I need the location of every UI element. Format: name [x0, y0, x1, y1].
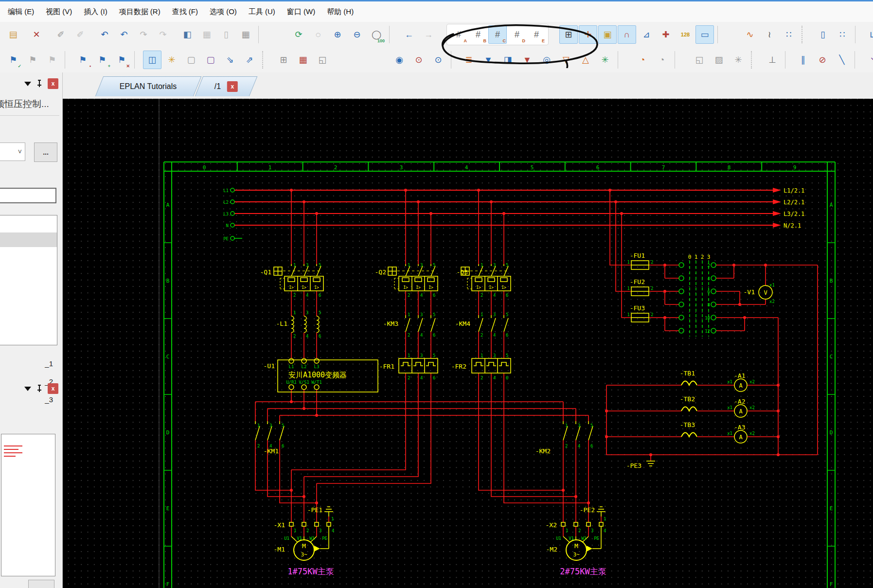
- design-mode-icon[interactable]: ▣: [598, 25, 617, 44]
- search-input[interactable]: [0, 188, 56, 203]
- busbar-connection-icon[interactable]: ∥: [794, 51, 812, 69]
- panel1-close-icon[interactable]: x: [48, 78, 58, 89]
- import-page-icon[interactable]: ⇘: [221, 51, 239, 69]
- parts-cart-icon[interactable]: ⊔: [864, 25, 873, 44]
- menu-options[interactable]: 选项 (O): [204, 5, 243, 18]
- panel-region-icon[interactable]: ◱: [690, 51, 709, 69]
- gauge-device-icon[interactable]: ◔: [633, 51, 652, 69]
- zoom-out-icon[interactable]: ⊖: [348, 25, 366, 44]
- check-document-icon[interactable]: ▯: [217, 25, 235, 44]
- page-macro-icon[interactable]: ▢: [182, 51, 200, 69]
- zoom-window-icon[interactable]: ◌: [309, 25, 327, 44]
- page-layout-icon[interactable]: ▦: [197, 25, 216, 44]
- page-navigator-icon[interactable]: ◫: [143, 51, 161, 69]
- graphical-preview-icon[interactable]: ▭: [695, 25, 714, 44]
- object-snap-icon[interactable]: ∩: [618, 25, 636, 44]
- data-table-icon[interactable]: ▦: [236, 25, 255, 44]
- grid-b-icon[interactable]: #B: [469, 25, 487, 44]
- selected-row[interactable]: [0, 232, 57, 247]
- format-paint-copy-icon[interactable]: ✐: [52, 25, 70, 44]
- interruption-point-icon[interactable]: ↘: [864, 51, 873, 69]
- topology-icon[interactable]: ∷: [833, 25, 852, 44]
- grid-e-icon[interactable]: #E: [527, 25, 546, 44]
- menu-find[interactable]: 查找 (F): [166, 5, 204, 18]
- panel2-close-icon[interactable]: x: [48, 383, 58, 394]
- insert-device-icon[interactable]: ⊙: [410, 51, 428, 69]
- terminal-strip-navigator-glyph: ▼: [484, 55, 493, 65]
- pin-icon[interactable]: [36, 80, 43, 88]
- gauge-check-icon[interactable]: ◔: [653, 51, 671, 69]
- menu-view[interactable]: 视图 (V): [40, 5, 78, 18]
- hatch-region-icon[interactable]: ▨: [710, 51, 728, 69]
- potential-tracking-icon[interactable]: ∿: [741, 25, 759, 44]
- connection-points-icon[interactable]: ✳: [596, 51, 614, 69]
- window-macro-icon[interactable]: ▢: [201, 51, 220, 69]
- cable-redraw-icon[interactable]: △: [576, 51, 595, 69]
- connection-navigator-icon[interactable]: ▼: [518, 51, 536, 69]
- insert-window-macro-icon[interactable]: ⊞: [274, 51, 293, 69]
- delete-selection-icon[interactable]: ✕: [27, 25, 46, 44]
- panel-menu-icon[interactable]: [24, 82, 31, 86]
- connection-symbol-icon[interactable]: ✚: [657, 25, 675, 44]
- undo-list-icon[interactable]: ↶: [115, 25, 133, 44]
- menu-edit[interactable]: 编辑 (E): [2, 5, 40, 18]
- paste-icon[interactable]: ▤: [4, 25, 22, 44]
- grid-a-icon[interactable]: #A: [449, 25, 468, 44]
- potential-circle-icon[interactable]: ⊘: [813, 51, 832, 69]
- zoom-in-icon[interactable]: ⊕: [328, 25, 347, 44]
- shield-insert-icon[interactable]: ▽: [557, 51, 575, 69]
- redo-list-icon[interactable]: ↷: [154, 25, 172, 44]
- tab-close-icon[interactable]: x: [227, 81, 237, 92]
- grid-d-icon[interactable]: #D: [508, 25, 526, 44]
- new-page-icon[interactable]: ✳: [162, 51, 181, 69]
- redo-icon[interactable]: ↷: [134, 25, 153, 44]
- grid-display-icon[interactable]: ⊞: [559, 25, 578, 44]
- navigate-back-icon[interactable]: ←: [400, 25, 418, 44]
- page-list[interactable]: _1 _2 _3: [0, 215, 57, 345]
- browse-button[interactable]: ...: [34, 143, 57, 162]
- connection-tracking-icon[interactable]: ∷: [780, 25, 798, 44]
- coordinate-input-icon[interactable]: ⊿: [637, 25, 656, 44]
- grid-c-icon[interactable]: #C: [488, 25, 507, 44]
- pin-icon[interactable]: [36, 385, 43, 392]
- export-page-icon[interactable]: ⇗: [240, 51, 259, 69]
- menu-window[interactable]: 窗口 (W): [281, 5, 321, 18]
- snap-to-grid-icon[interactable]: ✛: [579, 25, 597, 44]
- text-size-128-icon[interactable]: 128: [676, 25, 695, 44]
- goto-unconnected-icon[interactable]: ⚑✕: [112, 51, 131, 69]
- insert-terminal-icon[interactable]: ⊙: [429, 51, 447, 69]
- goto-plus-icon[interactable]: ⚑+: [93, 51, 111, 69]
- star-region-icon[interactable]: ✳: [729, 51, 748, 69]
- tab-project[interactable]: EPLAN Tutorials: [95, 76, 202, 96]
- workspace-layout-icon[interactable]: ◧: [178, 25, 196, 44]
- menu-project-data[interactable]: 项目数据 (R): [113, 5, 166, 18]
- drawing-canvas[interactable]: 0123456789ABCDEFABCDEFL1L2L3NPEL1/2.1L2/…: [63, 99, 873, 588]
- goto-first-icon[interactable]: ⚑✓: [4, 51, 22, 69]
- filter-combobox[interactable]: ˅: [0, 143, 25, 161]
- insert-symbol-macro-icon[interactable]: ▦: [294, 51, 312, 69]
- place-region-icon[interactable]: ◱: [313, 51, 332, 69]
- earth-terminal-icon[interactable]: ⊥: [763, 51, 782, 69]
- signal-tracking-icon[interactable]: ≀: [760, 25, 779, 44]
- list-item[interactable]: _1: [45, 359, 53, 368]
- plc-navigator-icon[interactable]: ◨: [499, 51, 517, 69]
- panel-menu-icon[interactable]: [24, 387, 31, 391]
- terminal-strip-navigator-icon[interactable]: ▼: [479, 51, 498, 69]
- menu-utilities[interactable]: 工具 (U): [243, 5, 281, 18]
- zoom-100-icon[interactable]: ◯100: [367, 25, 386, 44]
- menu-help[interactable]: 帮助 (H): [321, 5, 359, 18]
- tab-page-1[interactable]: /1 x: [195, 76, 258, 96]
- potential-line-icon[interactable]: ╲: [833, 51, 851, 69]
- device-box-icon[interactable]: ▯: [814, 25, 832, 44]
- navigate-forward-icon[interactable]: →: [419, 25, 438, 44]
- undo-icon[interactable]: ↶: [95, 25, 114, 44]
- goto-next-icon[interactable]: ⚑: [43, 51, 61, 69]
- insert-symbol-icon[interactable]: ◉: [390, 51, 409, 69]
- cable-navigator-icon[interactable]: ◎: [537, 51, 556, 69]
- insert-multiple-terminals-icon[interactable]: ≣: [460, 51, 478, 69]
- format-paint-apply-icon[interactable]: ✐: [71, 25, 89, 44]
- refresh-icon[interactable]: ⟳: [289, 25, 308, 44]
- goto-counterpart-icon[interactable]: ⚑▪: [73, 51, 92, 69]
- goto-previous-icon[interactable]: ⚑: [23, 51, 42, 69]
- menu-insert[interactable]: 插入 (I): [78, 5, 113, 18]
